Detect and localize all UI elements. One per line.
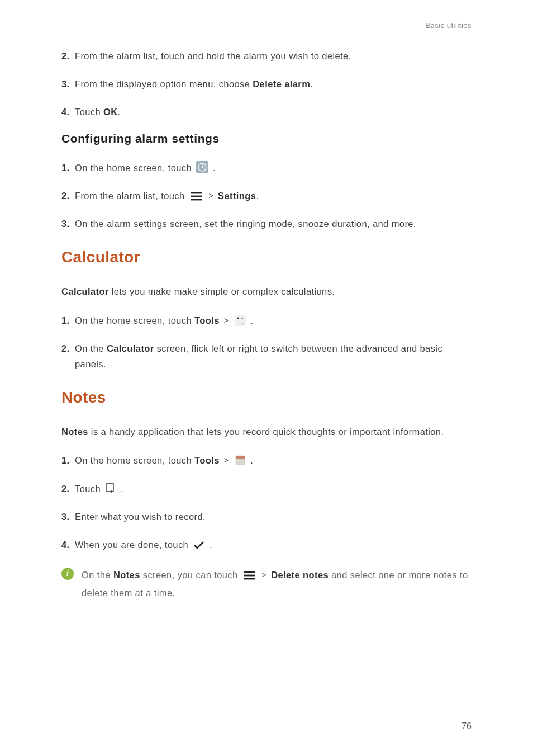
bold-text: Notes	[61, 427, 88, 437]
step-item: 1. On the home screen, touch Tools > .	[61, 452, 472, 468]
step-number: 4.	[61, 104, 75, 120]
text-fragment: From the alarm list, touch	[75, 191, 188, 201]
text-fragment: On the	[82, 570, 113, 580]
bold-text: Settings	[218, 191, 256, 201]
step-item: 2. Touch .	[61, 481, 472, 497]
step-number: 3.	[61, 216, 75, 231]
page-number: 76	[461, 721, 472, 731]
text-fragment: On the home screen, touch	[75, 315, 194, 325]
step-number: 2.	[61, 481, 75, 497]
bold-text: Delete alarm	[253, 79, 310, 89]
text-fragment: .	[213, 163, 216, 173]
info-icon: i	[61, 568, 74, 580]
text-fragment: Touch	[75, 107, 103, 117]
bold-text: Tools	[194, 455, 220, 465]
menu-icon	[189, 191, 203, 201]
text-fragment: When you are done, touch	[75, 540, 191, 550]
step-text: From the alarm list, touch and hold the …	[75, 48, 472, 64]
paragraph: Calculator lets you make make simple or …	[61, 283, 472, 300]
step-text: Touch .	[75, 481, 472, 497]
bold-text: Calculator	[61, 286, 109, 296]
menu-icon	[242, 570, 256, 580]
step-item: 4. Touch OK.	[61, 104, 472, 120]
breadcrumb-separator: >	[209, 191, 214, 200]
step-number: 3.	[61, 76, 75, 92]
tip-callout: i On the Notes screen, you can touch > D…	[61, 566, 472, 602]
step-item: 3. From the displayed option menu, choos…	[61, 76, 472, 92]
step-text: On the alarm settings screen, set the ri…	[75, 216, 472, 231]
step-number: 2.	[61, 341, 75, 356]
subsection-heading: Configuring alarm settings	[61, 132, 472, 145]
step-item: 2. From the alarm list, touch > Settings…	[61, 188, 472, 204]
step-text: From the alarm list, touch > Settings.	[75, 188, 472, 204]
section-heading-calculator: Calculator	[61, 248, 472, 266]
svg-text:×: ×	[241, 322, 244, 325]
page-content: 2. From the alarm list, touch and hold t…	[61, 48, 472, 602]
bold-text: Delete notes	[271, 570, 329, 580]
tip-text: On the Notes screen, you can touch > Del…	[82, 566, 472, 602]
svg-rect-7	[235, 315, 246, 326]
step-text: On the home screen, touch Tools > +=−× .	[75, 313, 472, 328]
svg-rect-14	[107, 483, 113, 492]
section-heading-notes: Notes	[61, 389, 472, 407]
svg-text:−: −	[237, 321, 240, 325]
bold-text: Notes	[113, 570, 140, 580]
text-fragment: .	[256, 191, 259, 201]
step-number: 3.	[61, 509, 75, 525]
text-fragment: From the displayed option menu, choose	[75, 79, 253, 89]
step-number: 4.	[61, 537, 75, 552]
svg-rect-13	[236, 456, 245, 459]
text-fragment: .	[250, 315, 253, 325]
text-fragment: On the	[75, 343, 107, 353]
bold-text: OK	[103, 107, 118, 117]
step-text: From the displayed option menu, choose D…	[75, 76, 472, 92]
breadcrumb-separator: >	[224, 316, 229, 325]
bold-text: Tools	[194, 315, 220, 325]
step-text: On the home screen, touch .	[75, 160, 472, 176]
paragraph: Notes is a handy application that lets y…	[61, 423, 472, 441]
text-fragment: On the home screen, touch	[75, 163, 194, 173]
step-text: On the home screen, touch Tools > .	[75, 452, 472, 468]
text-fragment: Touch	[75, 484, 103, 494]
step-item: 1. On the home screen, touch Tools > +=−…	[61, 313, 472, 328]
section-header: Basic utilities	[425, 21, 472, 30]
calculator-app-icon: +=−×	[235, 315, 246, 326]
text-fragment: .	[118, 107, 121, 117]
clock-app-icon	[196, 161, 208, 173]
bold-text: Calculator	[107, 343, 154, 353]
text-fragment: is a handy application that lets you rec…	[88, 427, 444, 437]
text-fragment: .	[210, 540, 212, 550]
breadcrumb-separator: >	[224, 456, 229, 465]
text-fragment: On the home screen, touch	[75, 455, 194, 465]
step-text: On the Calculator screen, flick left or …	[75, 341, 472, 372]
svg-text:+: +	[237, 316, 240, 320]
text-fragment: .	[310, 79, 313, 89]
step-number: 1.	[61, 452, 75, 468]
text-fragment: lets you make make simple or complex cal…	[109, 286, 335, 296]
step-item: 3. On the alarm settings screen, set the…	[61, 216, 472, 231]
svg-text:=: =	[241, 317, 244, 320]
step-number: 2.	[61, 48, 75, 64]
step-item: 3. Enter what you wish to record.	[61, 509, 472, 525]
step-text: Touch OK.	[75, 104, 472, 120]
step-item: 1. On the home screen, touch .	[61, 160, 472, 176]
step-number: 1.	[61, 313, 75, 328]
step-text: Enter what you wish to record.	[75, 509, 472, 525]
step-number: 1.	[61, 160, 75, 176]
step-text: When you are done, touch .	[75, 537, 472, 552]
step-number: 2.	[61, 188, 75, 204]
notes-app-icon	[235, 455, 246, 466]
document-page: Basic utilities 2. From the alarm list, …	[0, 0, 533, 756]
checkmark-icon	[193, 540, 205, 550]
new-note-icon	[105, 482, 116, 494]
step-item: 2. From the alarm list, touch and hold t…	[61, 48, 472, 64]
step-item: 2. On the Calculator screen, flick left …	[61, 341, 472, 372]
step-item: 4. When you are done, touch .	[61, 537, 472, 552]
text-fragment: .	[250, 455, 253, 465]
text-fragment: screen, you can touch	[140, 570, 241, 580]
text-fragment: .	[121, 484, 123, 494]
breadcrumb-separator: >	[262, 570, 267, 579]
